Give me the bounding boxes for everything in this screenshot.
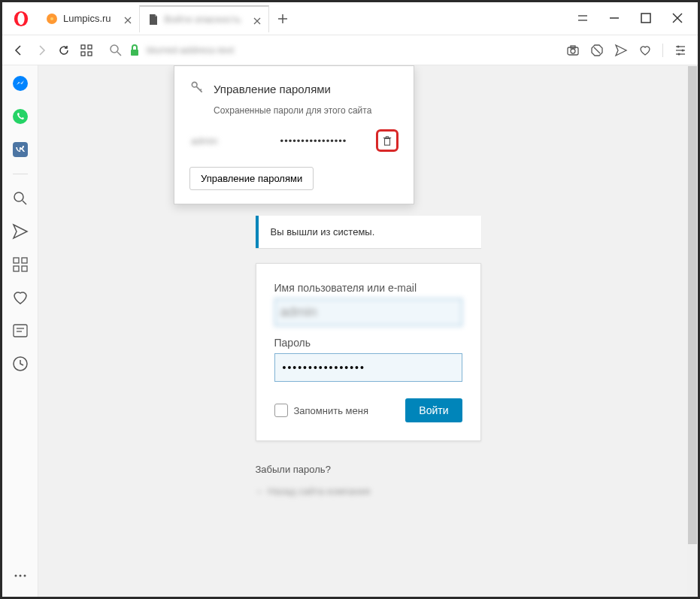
- svg-point-50: [19, 575, 21, 577]
- svg-point-49: [14, 575, 17, 577]
- popup-subtitle: Сохраненные пароли для этого сайта: [214, 105, 398, 116]
- svg-rect-17: [88, 45, 92, 49]
- whatsapp-icon[interactable]: [11, 107, 29, 126]
- page-content: Управление паролями Сохраненные пароли д…: [38, 65, 698, 597]
- saved-password-dots: ••••••••••••••••: [251, 135, 376, 147]
- page-favicon-icon: [147, 14, 159, 26]
- flow-icon[interactable]: [11, 222, 29, 241]
- login-form: Имя пользователя или e-mail Пароль Запом…: [256, 263, 481, 441]
- maximize-button[interactable]: [639, 11, 653, 25]
- svg-point-7: [17, 12, 24, 25]
- opera-logo-icon[interactable]: [13, 11, 29, 27]
- nav-forward-button[interactable]: [35, 44, 47, 56]
- popup-title: Управление паролями: [214, 83, 331, 95]
- lumpics-favicon-icon: [46, 13, 58, 25]
- password-manager-popup: Управление паролями Сохраненные пароли д…: [174, 65, 414, 204]
- speed-dial-sidebar-icon[interactable]: [11, 256, 29, 274]
- nav-back-button[interactable]: [13, 44, 25, 56]
- svg-rect-18: [81, 52, 85, 56]
- password-label: Пароль: [274, 337, 462, 349]
- delete-password-button[interactable]: [376, 129, 398, 152]
- svg-point-32: [677, 45, 680, 47]
- bookmarks-icon[interactable]: [11, 289, 29, 307]
- adblock-icon[interactable]: [590, 44, 604, 57]
- svg-marker-28: [616, 45, 626, 56]
- vk-icon[interactable]: [11, 141, 29, 159]
- tab-lumpics[interactable]: Lumpics.ru: [38, 5, 139, 32]
- svg-point-33: [682, 49, 684, 51]
- svg-rect-42: [22, 258, 27, 263]
- svg-rect-44: [22, 266, 27, 271]
- tab-label: Lumpics.ru: [63, 13, 111, 24]
- svg-rect-22: [131, 50, 138, 56]
- tab-close-icon[interactable]: [124, 15, 132, 23]
- svg-rect-16: [81, 45, 85, 49]
- svg-rect-41: [14, 258, 19, 263]
- svg-line-21: [117, 52, 121, 56]
- svg-point-51: [23, 575, 26, 577]
- remember-label: Запомнить меня: [294, 405, 368, 416]
- svg-rect-3: [641, 14, 650, 23]
- svg-point-34: [678, 53, 680, 55]
- svg-point-35: [13, 76, 28, 91]
- add-tab-button[interactable]: [272, 8, 293, 29]
- logout-alert: Вы вышли из системы.: [256, 216, 481, 248]
- news-icon[interactable]: [11, 322, 29, 340]
- saved-username: admin: [191, 135, 251, 147]
- svg-line-39: [23, 201, 26, 204]
- speed-dial-button[interactable]: [80, 44, 92, 56]
- username-label: Имя пользователя или e-mail: [274, 282, 462, 294]
- search-sidebar-icon[interactable]: [11, 189, 29, 207]
- messenger-icon[interactable]: [11, 74, 29, 92]
- minimize-button[interactable]: [608, 11, 621, 25]
- svg-rect-19: [88, 52, 92, 56]
- reload-button[interactable]: [58, 44, 70, 56]
- address-text[interactable]: blurred-address-text: [147, 44, 234, 56]
- forgot-password-link[interactable]: Забыли пароль?: [256, 464, 481, 475]
- svg-point-20: [111, 45, 118, 53]
- history-icon[interactable]: [11, 355, 29, 373]
- manage-passwords-button[interactable]: Управление паролями: [189, 167, 314, 190]
- easy-setup-icon[interactable]: [674, 44, 687, 57]
- tab-active[interactable]: Войти опасность: [139, 5, 270, 32]
- svg-line-27: [594, 47, 600, 53]
- padlock-icon[interactable]: [128, 44, 141, 57]
- svg-marker-40: [14, 225, 27, 238]
- snapshot-icon[interactable]: [566, 44, 580, 57]
- back-to-site-link[interactable]: ← Назад сайта компания: [256, 486, 481, 497]
- svg-rect-45: [14, 325, 27, 337]
- browser-sidebar: [2, 65, 38, 597]
- svg-point-52: [192, 82, 197, 87]
- remember-me[interactable]: Запомнить меня: [274, 404, 368, 417]
- svg-rect-55: [385, 138, 390, 145]
- tab-label: Войти опасность: [165, 14, 241, 25]
- svg-line-54: [200, 89, 202, 91]
- svg-point-38: [14, 192, 23, 201]
- login-submit-button[interactable]: Войти: [405, 398, 462, 422]
- svg-point-36: [13, 109, 28, 124]
- tab-close-icon[interactable]: [253, 16, 261, 23]
- browser-toolbar: blurred-address-text: [2, 35, 698, 65]
- sidebar-more-icon[interactable]: [11, 567, 29, 585]
- scrollbar[interactable]: [687, 65, 698, 597]
- remember-checkbox[interactable]: [274, 404, 288, 417]
- svg-point-24: [571, 49, 575, 53]
- heart-icon[interactable]: [638, 44, 652, 57]
- username-input[interactable]: [274, 298, 462, 326]
- password-input[interactable]: [274, 353, 462, 382]
- close-button[interactable]: [671, 11, 684, 25]
- key-icon: [189, 80, 205, 98]
- svg-rect-43: [14, 266, 19, 271]
- window-controls-icon[interactable]: [576, 11, 589, 25]
- send-icon[interactable]: [614, 44, 628, 57]
- svg-point-9: [50, 17, 53, 20]
- search-icon[interactable]: [109, 44, 123, 57]
